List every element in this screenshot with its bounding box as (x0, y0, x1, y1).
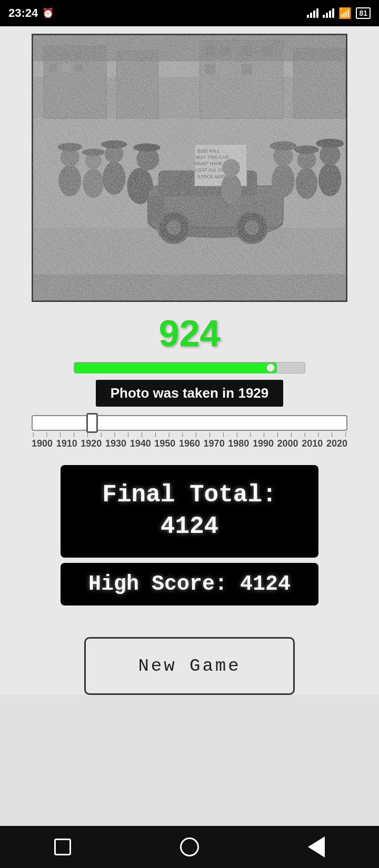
signal-bar (307, 15, 309, 18)
svg-text:BUY THIS CAR: BUY THIS CAR (196, 155, 229, 160)
svg-point-54 (294, 146, 319, 154)
photo-container: $100 WILL BUY THIS CAR MUST HAVE CASH LO… (32, 34, 347, 302)
tick: | (223, 432, 224, 437)
svg-rect-8 (62, 51, 70, 59)
wifi-icon: 📶 (338, 7, 352, 19)
svg-point-55 (318, 163, 341, 196)
svg-text:LOST ALL ON THE: LOST ALL ON THE (195, 167, 235, 173)
home-nav-button[interactable] (180, 837, 199, 856)
svg-rect-20 (34, 228, 346, 300)
svg-point-38 (236, 212, 267, 243)
svg-rect-35 (158, 170, 257, 196)
tick: | (196, 432, 197, 437)
tick: | (101, 432, 102, 437)
svg-point-27 (103, 162, 125, 195)
square-icon (54, 839, 71, 855)
final-total-value: 4124 (161, 513, 218, 540)
svg-rect-4 (117, 51, 158, 118)
tick: | (114, 432, 115, 437)
svg-point-50 (273, 146, 293, 166)
signal-bar (313, 11, 315, 18)
alarm-icon: ⏰ (42, 7, 54, 19)
svg-rect-0 (34, 35, 346, 300)
signal-bar (329, 11, 331, 18)
svg-rect-17 (205, 64, 216, 74)
svg-rect-10 (49, 64, 57, 72)
svg-rect-14 (221, 46, 231, 56)
year-label-1900: 1900 (32, 438, 53, 449)
svg-text:$100 WILL: $100 WILL (197, 148, 220, 154)
svg-point-51 (270, 142, 296, 151)
square-nav-button[interactable] (54, 839, 71, 855)
svg-rect-60 (34, 35, 346, 300)
new-game-label: New Game (138, 656, 241, 676)
svg-text:MUST HAVE CASH: MUST HAVE CASH (195, 161, 236, 166)
tick: | (60, 432, 61, 437)
svg-rect-3 (44, 46, 106, 118)
status-right: 📶 81 (307, 7, 371, 19)
status-time: 23:24 (8, 6, 38, 20)
svg-point-53 (297, 150, 316, 169)
tick: | (141, 432, 142, 437)
tick-marks-row: | | | | | | | | | | | | | | | | | | | | … (32, 431, 347, 437)
tick: | (291, 432, 292, 437)
svg-point-49 (272, 164, 294, 197)
high-score-box: High Score: 4124 (61, 563, 318, 605)
signal-bar (310, 13, 312, 18)
new-game-button[interactable]: New Game (84, 637, 295, 695)
back-nav-button[interactable] (308, 836, 325, 857)
svg-text:STOCK MARKET: STOCK MARKET (197, 174, 234, 179)
svg-point-56 (320, 145, 341, 166)
score-display: 924 (159, 312, 221, 355)
year-label-2010: 2010 (302, 438, 323, 449)
svg-point-26 (82, 148, 104, 156)
tick: | (277, 432, 278, 437)
tick: | (345, 432, 346, 437)
svg-point-33 (148, 207, 283, 238)
tick: | (264, 432, 265, 437)
slider-track[interactable] (32, 415, 347, 431)
svg-rect-16 (262, 46, 273, 56)
svg-rect-59 (34, 275, 346, 300)
circle-icon (180, 837, 199, 856)
progress-bar-container (74, 362, 305, 374)
svg-rect-7 (49, 51, 57, 59)
year-label-1990: 1990 (253, 438, 274, 449)
svg-point-32 (133, 144, 160, 152)
svg-point-21 (58, 165, 81, 196)
svg-point-36 (158, 212, 190, 243)
svg-rect-5 (200, 41, 283, 118)
signal-bar (323, 15, 325, 18)
photo-svg: $100 WILL BUY THIS CAR MUST HAVE CASH LO… (33, 35, 346, 300)
svg-point-37 (167, 220, 182, 235)
signal-bar (326, 13, 328, 18)
timeline-container: | | | | | | | | | | | | | | | | | | | | … (32, 415, 347, 449)
svg-point-48 (222, 159, 240, 177)
final-total-text: Final Total: 4124 (71, 480, 308, 543)
svg-rect-34 (148, 186, 283, 228)
svg-rect-12 (75, 64, 83, 72)
status-bar: 23:24 ⏰ 📶 81 (0, 0, 379, 26)
svg-rect-2 (34, 35, 346, 77)
tick: | (73, 432, 74, 437)
signal-bars-1 (307, 8, 318, 18)
svg-rect-9 (75, 51, 83, 59)
slider-thumb[interactable] (86, 413, 98, 433)
svg-rect-15 (242, 46, 252, 56)
timeline-labels: 1900 1910 1920 1930 1940 1950 1960 1970 … (32, 438, 347, 449)
svg-point-24 (83, 169, 104, 198)
svg-rect-1 (34, 35, 346, 118)
tick: | (236, 432, 237, 437)
battery-indicator: 81 (356, 7, 371, 19)
svg-point-29 (101, 140, 127, 149)
svg-point-28 (105, 145, 124, 164)
svg-rect-6 (294, 48, 346, 118)
photo-label: Photo was taken in 1929 (96, 380, 284, 407)
signal-bars-2 (323, 8, 334, 18)
svg-point-30 (127, 168, 153, 204)
year-label-1950: 1950 (154, 438, 175, 449)
progress-bar-fill (74, 362, 277, 373)
tick: | (168, 432, 169, 437)
status-time-group: 23:24 ⏰ (8, 6, 54, 20)
year-label-2000: 2000 (277, 438, 298, 449)
